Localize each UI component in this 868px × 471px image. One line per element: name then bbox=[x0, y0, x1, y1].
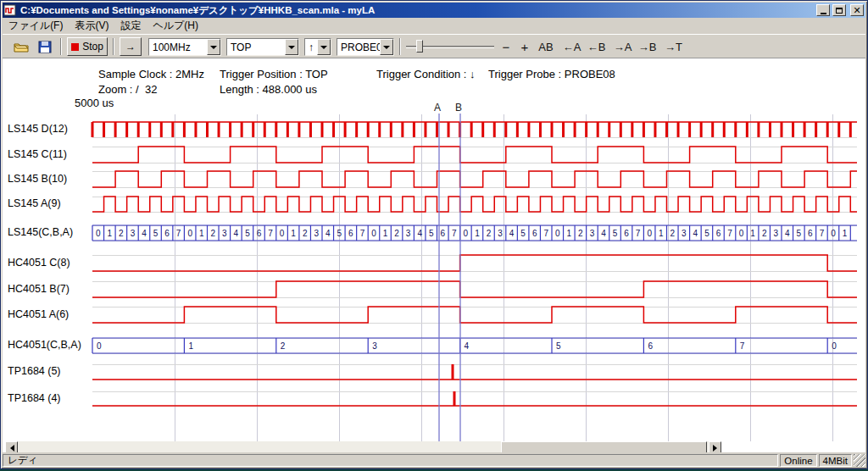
chevron-down-icon[interactable] bbox=[207, 39, 220, 55]
close-icon: ✕ bbox=[853, 6, 860, 14]
menu-view[interactable]: 表示(V) bbox=[69, 17, 114, 35]
toolbar-separator bbox=[113, 38, 114, 55]
channel-label[interactable]: HC4051(C,B,A) bbox=[8, 339, 81, 351]
set-cursor-a-button[interactable]: →A bbox=[611, 39, 634, 55]
trigger-position-info: Trigger Position : TOP bbox=[220, 68, 328, 80]
zoom-info: Zoom : / 32 bbox=[98, 83, 157, 96]
open-folder-icon bbox=[14, 41, 30, 53]
channel-label[interactable]: HC4051 B(7) bbox=[8, 283, 70, 295]
goto-cursor-b-button[interactable]: ←B bbox=[585, 39, 608, 55]
channel-label[interactable]: LS145(C,B,A) bbox=[8, 226, 73, 238]
zoom-slider[interactable] bbox=[406, 39, 494, 54]
ab-button[interactable]: AB bbox=[535, 39, 557, 55]
maximize-icon bbox=[836, 8, 843, 14]
goto-trigger-button[interactable]: →T bbox=[662, 39, 685, 55]
minimize-icon bbox=[821, 13, 826, 14]
app-icon bbox=[4, 4, 16, 16]
menu-settings[interactable]: 設定 bbox=[114, 17, 147, 35]
window-title: C:¥Documents and Settings¥noname¥デスクトップ¥… bbox=[19, 4, 814, 17]
menu-file[interactable]: ファイル(F) bbox=[3, 17, 69, 35]
toolbar-separator bbox=[399, 38, 401, 55]
menu-help[interactable]: ヘルプ(H) bbox=[147, 17, 204, 35]
channel-label[interactable]: TP1684 (4) bbox=[8, 392, 61, 404]
chevron-down-icon[interactable] bbox=[317, 39, 331, 55]
zoom-in-button[interactable]: + bbox=[516, 39, 533, 55]
sample-clock-value: 100MHz bbox=[149, 39, 207, 55]
chevron-down-icon[interactable] bbox=[285, 39, 298, 55]
stop-icon bbox=[71, 43, 79, 51]
slider-thumb[interactable] bbox=[416, 40, 423, 53]
sample-clock-info: Sample Clock : 2MHz bbox=[98, 68, 204, 80]
probe-value: PROBE00 bbox=[337, 39, 380, 55]
open-file-button[interactable] bbox=[11, 37, 31, 56]
maximize-button[interactable] bbox=[832, 4, 846, 16]
trigger-condition-info: Trigger Condition : ↓ bbox=[376, 68, 476, 80]
status-message: レディ bbox=[3, 454, 778, 467]
toolbar-separator bbox=[60, 38, 62, 55]
arrow-right-icon bbox=[713, 445, 721, 452]
stop-button[interactable]: Stop bbox=[67, 37, 108, 56]
chevron-down-icon[interactable] bbox=[380, 39, 393, 55]
status-memory-badge: 4MBit bbox=[819, 454, 852, 467]
length-info: Length : 488.000 us bbox=[220, 83, 317, 96]
zoom-out-button[interactable]: − bbox=[498, 39, 515, 55]
save-floppy-icon bbox=[38, 41, 52, 53]
run-arrow-icon: → bbox=[125, 41, 136, 53]
probe-select[interactable]: PROBE00 bbox=[337, 38, 394, 56]
stop-label: Stop bbox=[82, 41, 103, 53]
arrow-left-icon bbox=[7, 445, 14, 452]
set-cursor-b-button[interactable]: →B bbox=[636, 39, 659, 55]
channel-label[interactable]: LS145 D(12) bbox=[8, 123, 68, 135]
close-button[interactable]: ✕ bbox=[850, 4, 864, 16]
trigger-position-select[interactable]: TOP bbox=[226, 38, 299, 56]
waveform-pane[interactable] bbox=[3, 58, 865, 456]
title-bar[interactable]: C:¥Documents and Settings¥noname¥デスクトップ¥… bbox=[3, 3, 865, 18]
trigger-position-value: TOP bbox=[227, 39, 285, 55]
minimize-button[interactable] bbox=[816, 4, 830, 16]
goto-cursor-a-button[interactable]: ←A bbox=[560, 39, 583, 55]
toolbar: Stop → 100MHz TOP ↑ PROBE00 − + AB ←A bbox=[3, 34, 865, 58]
channel-label[interactable]: LS145 C(11) bbox=[8, 148, 67, 160]
trigger-edge-select[interactable]: ↑ bbox=[304, 38, 331, 56]
time-origin-label: 5000 us bbox=[75, 97, 114, 109]
save-file-button[interactable] bbox=[35, 37, 55, 56]
channel-label[interactable]: LS145 B(10) bbox=[8, 173, 67, 185]
channel-label[interactable]: LS145 A(9) bbox=[8, 197, 61, 209]
trigger-edge-value: ↑ bbox=[305, 39, 317, 55]
status-online-badge: Online bbox=[780, 454, 816, 467]
channel-label[interactable]: HC4051 A(6) bbox=[8, 308, 69, 320]
app-window: C:¥Documents and Settings¥noname¥デスクトップ¥… bbox=[0, 0, 868, 469]
run-button[interactable]: → bbox=[120, 37, 142, 56]
channel-label[interactable]: TP1684 (5) bbox=[8, 365, 61, 377]
resize-grip[interactable] bbox=[854, 454, 865, 467]
status-bar: レディ Online 4MBit bbox=[3, 452, 865, 467]
sample-clock-select[interactable]: 100MHz bbox=[148, 38, 221, 56]
menu-bar: ファイル(F) 表示(V) 設定 ヘルプ(H) bbox=[3, 18, 865, 34]
channel-label[interactable]: HC4051 C(8) bbox=[8, 257, 70, 269]
trigger-probe-info: Trigger Probe : PROBE08 bbox=[488, 68, 615, 80]
